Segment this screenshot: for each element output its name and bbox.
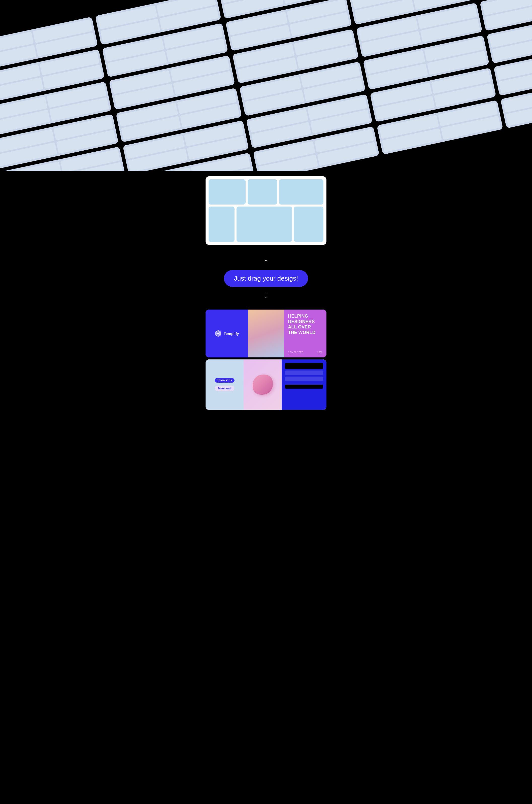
- blue-bar-light: [285, 370, 323, 375]
- templify-name-label: Templify: [224, 331, 239, 336]
- template-blank-card: [206, 176, 326, 245]
- drag-label[interactable]: Just drag your desigs!: [224, 270, 308, 287]
- result-card-bottom: Templates Download: [206, 360, 326, 410]
- templates-badge: Templates: [215, 378, 234, 383]
- result-card-top: Templify HELPING DESIGNERS ALL OVER THE …: [206, 310, 326, 358]
- arrow-up-icon: ↑: [264, 257, 268, 266]
- blue-bar-black-2: [285, 385, 323, 389]
- helping-designers-text: HELPING DESIGNERS ALL OVER THE WORLD: [288, 313, 322, 335]
- rotated-grid: [0, 0, 532, 171]
- result-blue-cell: Templify: [206, 310, 248, 358]
- blank-cell: [294, 207, 323, 242]
- blank-card-bottom-row: [209, 207, 323, 242]
- result-text-cell: HELPING DESIGNERS ALL OVER THE WORLD TEM…: [284, 310, 326, 358]
- blank-cell: [248, 179, 277, 205]
- blank-cell: [209, 207, 234, 242]
- drag-section: ↑ Just drag your desigs! ↓ Templify: [0, 171, 532, 435]
- pink-3d-shape: [253, 375, 273, 395]
- blue-bar-light-2: [285, 377, 323, 381]
- download-badge[interactable]: Download: [215, 386, 234, 391]
- card-bottom-meta: TEMPLATES 2023: [288, 351, 322, 353]
- blank-cell: [236, 207, 292, 242]
- hero-section: [0, 0, 532, 171]
- blank-card-top-row: [209, 179, 323, 205]
- svg-point-2: [217, 333, 219, 334]
- result-card-top-inner: Templify HELPING DESIGNERS ALL OVER THE …: [206, 310, 326, 358]
- blank-cell: [209, 179, 246, 205]
- result-bottom-cell-shape: [244, 360, 282, 410]
- year-label: 2023: [317, 351, 322, 353]
- result-bottom-cell-blue: [282, 360, 326, 410]
- result-bottom-cell-badges: Templates Download: [206, 360, 244, 410]
- result-section: Templify HELPING DESIGNERS ALL OVER THE …: [206, 310, 326, 425]
- result-card-bottom-inner: Templates Download: [206, 360, 326, 410]
- templify-hex-icon: [215, 330, 222, 337]
- arrow-down-icon: ↓: [264, 291, 268, 300]
- templify-logo: Templify: [215, 330, 239, 337]
- blank-cell: [279, 179, 323, 205]
- result-photo-cell: [248, 310, 284, 358]
- templates-label: TEMPLATES: [288, 351, 304, 353]
- photo-gradient: [248, 310, 284, 358]
- blue-bar-black: [285, 363, 323, 369]
